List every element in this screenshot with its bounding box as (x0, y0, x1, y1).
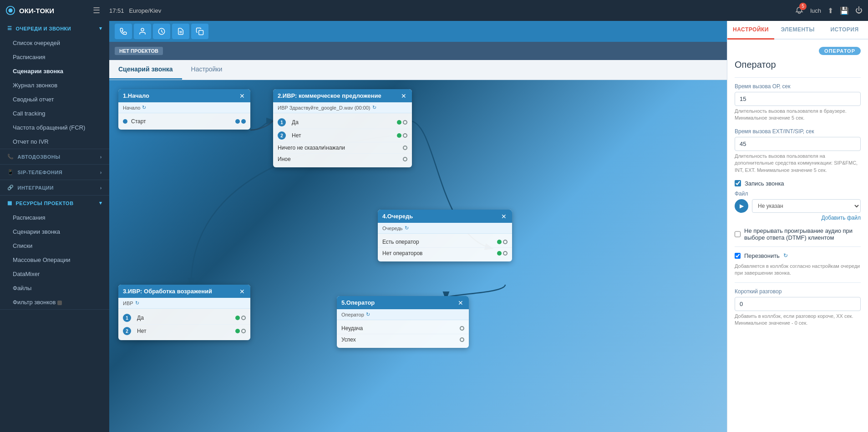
sidebar-section-header-resources[interactable]: ▦ РЕСУРСЫ ПРОЕКТОВ ▾ (0, 196, 109, 211)
sidebar-item-report[interactable]: Сводный отчет (0, 92, 109, 106)
sub-tab-settings[interactable]: Настройки (182, 60, 232, 80)
node-2-row-other: Иное (273, 154, 412, 165)
checkbox-callback[interactable] (735, 253, 741, 259)
node-2-num-1: 1 (278, 118, 286, 126)
node-4-row-operator: Есть оператор (378, 236, 512, 248)
node-2-body: 1 Да 2 Нет (273, 113, 412, 167)
node-4-title: 4.Очередь (382, 213, 413, 220)
node-4-close[interactable]: ✕ (500, 213, 508, 220)
file-select[interactable]: Не указан (752, 199, 861, 213)
sidebar-item-queue-list[interactable]: Список очередей (0, 36, 109, 50)
sidebar-section-header-sip[interactable]: 📱 SIP-ТЕЛЕФОНИЯ › (0, 165, 109, 180)
label-call-time-ext: Время вызова EXT/INT/SIP, сек (735, 128, 861, 135)
input-call-time-op[interactable] (735, 92, 861, 106)
sidebar-item-schedule[interactable]: Расписания (0, 50, 109, 64)
input-call-time-ext[interactable] (735, 137, 861, 151)
node-1-body: Старт (118, 113, 250, 130)
node-5-body: Неудача Успех (337, 320, 469, 348)
input-short-call[interactable] (735, 297, 861, 311)
sidebar-item-res-schedule[interactable]: Расписания (0, 211, 109, 225)
hamburger-icon[interactable]: ☰ (93, 5, 100, 15)
logout-icon[interactable]: ⏻ (855, 6, 863, 15)
tab-document[interactable] (172, 24, 189, 39)
sidebar-item-call-filter[interactable]: Фильтр звонков (0, 295, 109, 309)
panel-title: Оператор (735, 60, 861, 70)
sidebar-item-ivr-report[interactable]: Отчет по IVR (0, 135, 109, 149)
node-1-close[interactable]: ✕ (239, 93, 246, 99)
connection-1-2 (250, 121, 273, 130)
sidebar-section-header-autodials[interactable]: 📞 АВТОДОЗВОНЫ › (0, 149, 109, 164)
sidebar-section-header-queues[interactable]: ☰ ОЧЕРЕДИ И ЗВОНКИ ▾ (0, 21, 109, 36)
sidebar-item-call-log[interactable]: Журнал звонков (0, 78, 109, 92)
sidebar-item-res-scenarios[interactable]: Сценарии звонка (0, 225, 109, 239)
right-tab-history[interactable]: ИСТОРИЯ (821, 21, 868, 40)
node-2: 2.ИВР: коммерческое предложение ✕ ИВР Зд… (273, 89, 412, 167)
hint-call-time-ext: Длительность вызова пользователя на допо… (735, 153, 861, 174)
node-1-dot-blue2 (241, 119, 246, 124)
node-3-close[interactable]: ✕ (239, 288, 246, 295)
node-3-row-da: 1 Да (118, 311, 250, 325)
node-2-dot-green-2 (397, 133, 401, 138)
notif-badge: 5 (799, 3, 807, 10)
checkbox-record[interactable] (735, 180, 741, 186)
node-3-dot-green-1 (235, 316, 240, 320)
node-5-close[interactable]: ✕ (457, 300, 464, 306)
sidebar-item-scenarios[interactable]: Сценарии звонка (0, 64, 109, 78)
tab-person[interactable] (134, 24, 151, 39)
sidebar-item-mass-ops[interactable]: Массовые Операции (0, 253, 109, 267)
notification-bell[interactable]: 5 (795, 5, 804, 16)
node-5-row-success: Успех (337, 334, 469, 345)
node-2-dot-hollow-3 (403, 146, 407, 150)
logo: ОКИ-ТОКИ (5, 5, 87, 15)
tab-history[interactable] (153, 24, 170, 39)
node-3-title: 3.ИВР: Обработка возражений (123, 288, 212, 295)
topbar-right: 5 luch ⬆ 💾 ⏻ (795, 5, 863, 16)
panel-divider-2 (735, 246, 861, 247)
node-1-row-start: Старт (118, 116, 250, 127)
scenario-header: НЕТ ПРОЕКТОВ (109, 42, 727, 60)
chevron-resources: ▾ (99, 200, 102, 206)
right-tab-settings[interactable]: НАСТРОЙКИ (727, 21, 774, 40)
node-5-sub: Оператор ↻ (337, 309, 469, 320)
callback-row: Перезвонить ↻ (735, 252, 861, 259)
chevron-integrations: › (100, 185, 102, 191)
play-button[interactable]: ▶ (735, 199, 748, 213)
node-3-row-net: 2 Нет (118, 325, 250, 337)
node-2-row-net: 2 Нет (273, 129, 412, 142)
resources-icon: ▦ (7, 200, 12, 206)
operator-badge: ОПЕРАТОР (819, 47, 861, 55)
node-3-num-2: 2 (123, 327, 131, 335)
node-1: 1.Начало ✕ Начало ↻ Старт (118, 89, 250, 130)
callback-refresh-icon: ↻ (783, 252, 788, 259)
upload-icon[interactable]: ⬆ (827, 6, 833, 15)
save-icon[interactable]: 💾 (840, 6, 849, 15)
hint-short-call: Добавить в коллбэк, если разговор короче… (735, 313, 861, 327)
tabs-bar (109, 21, 727, 42)
sub-tab-scenario[interactable]: Сценарий звонка (109, 60, 182, 80)
node-2-close[interactable]: ✕ (400, 93, 407, 99)
node-2-row-nothing: Ничего не сказали\нажали (273, 142, 412, 154)
add-file-link[interactable]: Добавить файл (735, 215, 861, 221)
sidebar-item-lists[interactable]: Списки (0, 239, 109, 253)
panel-divider-3 (735, 282, 861, 283)
sidebar-items-queues: Список очередей Расписания Сценарии звон… (0, 36, 109, 149)
node-1-refresh-icon: ↻ (142, 105, 146, 111)
right-tab-elements[interactable]: ЭЛЕМЕНТЫ (774, 21, 821, 40)
flow-canvas[interactable]: 1.Начало ✕ Начало ↻ Старт (109, 80, 727, 432)
tab-phone[interactable] (115, 24, 132, 39)
checkbox-no-interrupt[interactable] (735, 231, 741, 237)
topbar: ОКИ-ТОКИ ☰ 17:51 Europe/Kiev 5 luch ⬆ 💾 … (0, 0, 868, 21)
sidebar: ☰ ОЧЕРЕДИ И ЗВОНКИ ▾ Список очередей Рас… (0, 21, 109, 432)
node-4-refresh-icon: ↻ (405, 225, 409, 231)
field-group-call-time-ext: Время вызова EXT/INT/SIP, сек Длительнос… (735, 128, 861, 174)
sidebar-item-datamixer[interactable]: DataMixer (0, 267, 109, 281)
chevron-queues: ▾ (99, 25, 102, 31)
tab-copy[interactable] (191, 24, 208, 39)
queues-icon: ☰ (7, 25, 12, 31)
sidebar-item-call-tracking[interactable]: Call tracking (0, 106, 109, 121)
sidebar-item-fcr[interactable]: Частота обращений (FCR) (0, 121, 109, 135)
checkbox-row-record: Запись звонка (735, 180, 861, 187)
sidebar-item-files[interactable]: Файлы (0, 281, 109, 295)
sidebar-section-header-integrations[interactable]: 🔗 ИНТЕГРАЦИИ › (0, 180, 109, 195)
chevron-sip: › (100, 170, 102, 175)
